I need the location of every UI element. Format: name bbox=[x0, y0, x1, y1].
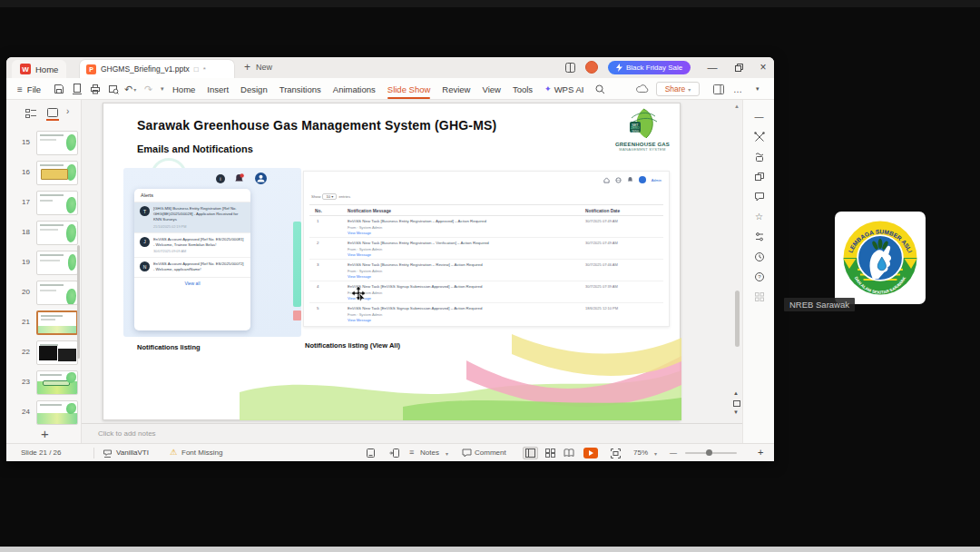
home-tab[interactable]: W Home bbox=[12, 60, 66, 78]
theme-name[interactable]: VanillaVTI bbox=[116, 448, 149, 457]
slide-17-thumbnail[interactable] bbox=[36, 191, 78, 215]
slide-thumb-row[interactable]: 24 bbox=[6, 400, 81, 426]
account-avatar[interactable] bbox=[585, 61, 598, 74]
expand-panel-icon[interactable]: › bbox=[66, 106, 69, 116]
print-preview-button[interactable] bbox=[108, 78, 119, 100]
view-message-link[interactable]: View Message bbox=[348, 252, 574, 257]
zoom-level[interactable]: 75% bbox=[633, 448, 648, 457]
participant-video-tile[interactable]: LEMBAGA SUMBER ASLI DAN ALAM SEKITAR SAR… bbox=[835, 212, 926, 304]
notes-toggle[interactable]: Notes bbox=[420, 448, 439, 457]
zoom-slider-handle[interactable] bbox=[706, 449, 712, 456]
notes-caret-icon[interactable]: ▾ bbox=[446, 450, 448, 457]
file-menu[interactable]: ≡ File bbox=[17, 78, 41, 100]
menu-tools[interactable]: Tools bbox=[513, 84, 533, 94]
slideshow-play-button[interactable] bbox=[583, 448, 598, 458]
scroll-up-icon[interactable]: ▲ bbox=[734, 104, 740, 109]
table-row[interactable]: 2 EnViSS New Task [Business Entity Regis… bbox=[309, 238, 663, 260]
zoom-caret-icon[interactable]: ▾ bbox=[654, 450, 657, 457]
slide-thumb-row[interactable]: 16 bbox=[6, 161, 81, 186]
restore-button[interactable] bbox=[730, 60, 748, 74]
alert-item[interactable]: T [GHG-MS] Business Entity Registration … bbox=[134, 202, 250, 233]
collapse-ribbon-icon[interactable]: ▾ bbox=[756, 78, 760, 100]
show-entries-control[interactable]: Show 10 ▾ entries bbox=[311, 193, 350, 200]
menu-slide-show[interactable]: Slide Show bbox=[387, 84, 431, 94]
slide-sorter-view-button[interactable] bbox=[543, 447, 558, 459]
seal-signature-icon[interactable] bbox=[753, 151, 765, 163]
tools-icon[interactable] bbox=[753, 131, 765, 143]
menu-wps-ai[interactable]: ✦ WPS AI bbox=[544, 84, 583, 94]
slide-thumb-row[interactable]: 23 bbox=[6, 370, 81, 396]
zoom-out-button[interactable]: — bbox=[670, 448, 677, 457]
table-row[interactable]: 3 EnViSS New Task [Business Entity Regis… bbox=[309, 260, 663, 281]
history-icon[interactable] bbox=[753, 251, 765, 262]
split-window-icon[interactable] bbox=[565, 63, 575, 73]
menu-home[interactable]: Home bbox=[172, 84, 195, 94]
slide-thumb-row[interactable]: 21 bbox=[6, 310, 81, 336]
fit-slide-icon[interactable] bbox=[611, 448, 621, 458]
task-pane-icon[interactable] bbox=[713, 78, 724, 100]
slide-21-thumbnail-selected[interactable] bbox=[36, 310, 78, 335]
shapes-copy-icon[interactable] bbox=[753, 171, 765, 182]
menu-view[interactable]: View bbox=[482, 84, 500, 94]
menu-transitions[interactable]: Transitions bbox=[279, 84, 321, 94]
slide-view-icon[interactable] bbox=[46, 107, 59, 118]
new-tab-button[interactable]: + New bbox=[244, 61, 272, 74]
print-button[interactable] bbox=[90, 78, 101, 100]
outline-view-icon[interactable] bbox=[25, 108, 37, 119]
view-all-link[interactable]: View all bbox=[134, 277, 250, 289]
thumbnail-view-icon[interactable] bbox=[366, 448, 376, 458]
redo-button[interactable]: ↷ bbox=[144, 78, 152, 100]
output-pdf-button[interactable] bbox=[72, 78, 83, 100]
adjust-settings-icon[interactable] bbox=[753, 231, 765, 242]
cloud-sync-icon[interactable] bbox=[636, 78, 649, 100]
favorites-star-icon[interactable]: ☆ bbox=[753, 211, 765, 222]
ribbon-more-icon[interactable]: … bbox=[733, 78, 742, 100]
thumbnail-scrollbar[interactable] bbox=[77, 245, 80, 359]
document-scrollbar[interactable] bbox=[735, 291, 740, 347]
comment-icon[interactable] bbox=[753, 191, 765, 202]
next-slide-icon[interactable]: ▼ bbox=[733, 409, 739, 415]
slide-thumb-row[interactable]: 22 bbox=[6, 340, 81, 366]
slide-thumb-row[interactable]: 15 bbox=[6, 131, 81, 156]
slide-18-thumbnail[interactable] bbox=[36, 221, 78, 245]
view-message-link[interactable]: View Message bbox=[348, 274, 574, 279]
slide-pager-icon[interactable] bbox=[733, 400, 740, 407]
slide-thumb-row[interactable]: 20 bbox=[6, 281, 81, 306]
slide-21[interactable]: Sarawak Greenhouse Gas Management System… bbox=[103, 103, 681, 420]
table-row[interactable]: 5 EnViSS New Task [EnViSS Signup Submiss… bbox=[309, 303, 663, 325]
font-missing-warning[interactable]: Font Missing bbox=[181, 448, 222, 457]
notes-bar[interactable]: Click to add notes bbox=[82, 423, 742, 443]
alert-item[interactable]: N EnViSS Account Approved [Ref No. ES/20… bbox=[134, 258, 250, 276]
view-message-link[interactable]: View Message bbox=[348, 296, 574, 301]
quickbar-more-icon[interactable]: ▾ bbox=[161, 78, 164, 100]
black-friday-sale-button[interactable]: Black Friday Sale bbox=[608, 61, 691, 74]
menu-design[interactable]: Design bbox=[240, 84, 268, 94]
help-icon[interactable]: ? bbox=[753, 271, 765, 282]
slide-20-thumbnail[interactable] bbox=[36, 281, 78, 305]
slide-22-thumbnail[interactable] bbox=[36, 340, 78, 365]
close-button[interactable]: × bbox=[754, 60, 772, 74]
menu-insert[interactable]: Insert bbox=[207, 84, 229, 94]
view-message-link[interactable]: View Message bbox=[348, 318, 574, 322]
document-tab[interactable]: P GHGMS_Briefing_v1.pptx □ * bbox=[79, 59, 235, 78]
minimize-button[interactable]: — bbox=[703, 60, 721, 74]
comment-button[interactable]: Comment bbox=[475, 448, 506, 457]
table-row[interactable]: 1 EnViSS New Task [Business Entity Regis… bbox=[309, 216, 663, 238]
add-slide-button[interactable]: + bbox=[41, 426, 49, 441]
search-button[interactable] bbox=[595, 84, 605, 94]
save-button[interactable] bbox=[54, 78, 64, 100]
collapse-pane-icon[interactable]: — bbox=[753, 111, 765, 123]
slide-thumb-row[interactable]: 17 bbox=[6, 191, 81, 216]
slide-thumb-row[interactable]: 18 bbox=[6, 221, 81, 246]
previous-slide-icon[interactable]: ▲ bbox=[733, 390, 739, 396]
share-button[interactable]: Share ▾ bbox=[656, 82, 700, 96]
slide-19-thumbnail[interactable] bbox=[36, 251, 78, 275]
menu-animations[interactable]: Animations bbox=[333, 84, 376, 94]
tab-sync-icon[interactable]: □ bbox=[194, 65, 199, 74]
normal-view-button[interactable] bbox=[523, 447, 538, 459]
slide-23-thumbnail[interactable] bbox=[36, 370, 78, 395]
zoom-in-button[interactable]: + bbox=[758, 447, 763, 458]
slide-thumb-row[interactable]: 19 bbox=[6, 251, 81, 276]
view-message-link[interactable]: View Message bbox=[348, 231, 574, 235]
menu-review[interactable]: Review bbox=[442, 84, 470, 94]
